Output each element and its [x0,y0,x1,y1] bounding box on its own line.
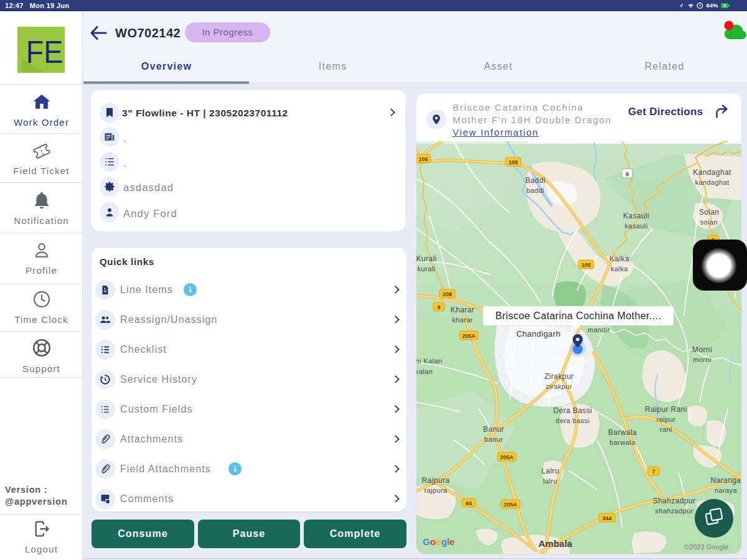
svg-text:barwala: barwala [609,439,636,446]
svg-text:105: 105 [581,262,591,268]
svg-text:Chandigarh: Chandigarh [516,329,560,338]
svg-text:kalan: kalan [416,368,433,375]
svg-text:Barwala: Barwala [608,428,637,437]
svg-text:dera bassi: dera bassi [556,417,590,424]
svg-text:344: 344 [602,515,611,521]
svg-text:G: G [423,536,430,547]
svg-text:105: 105 [509,159,518,166]
svg-text:Naranga: Naranga [711,476,741,485]
svg-text:rani: rani [660,426,672,433]
svg-text:kandaghat: kandaghat [695,179,730,186]
svg-text:Morni: Morni [692,345,712,354]
svg-text:7: 7 [652,469,655,475]
svg-text:kharar: kharar [452,316,473,324]
svg-text:lalru: lalru [543,477,558,485]
svg-text:Kurali: Kurali [416,254,437,263]
svg-text:Zirakpur: Zirakpur [544,372,573,381]
svg-text:Banur: Banur [483,425,504,434]
svg-text:shahzadpur: shahzadpur [655,507,693,515]
svg-text:g: g [441,536,447,547]
svg-text:o: o [436,536,441,547]
svg-text:Briscoe Catarina Cochina Mothe: Briscoe Catarina Cochina Mother.... [496,310,662,321]
svg-text:205A: 205A [504,502,517,508]
svg-text:kalka: kalka [611,265,628,273]
svg-text:FE: FE [26,34,63,68]
svg-text:rajpura: rajpura [424,487,448,494]
svg-text:e: e [449,536,454,547]
svg-text:Lalru: Lalru [542,467,560,475]
svg-text:banur: banur [484,436,503,443]
svg-text:naraya: naraya [715,487,738,494]
svg-text:Baddi: Baddi [525,176,546,185]
svg-text:9: 9 [437,304,440,310]
svg-text:Kandaghat: Kandaghat [693,168,731,177]
svg-text:9: 9 [626,171,629,177]
svg-text:morni: morni [693,356,712,363]
svg-text:kurali: kurali [418,265,436,273]
svg-text:208: 208 [443,291,452,297]
svg-text:solan: solan [700,218,718,226]
svg-text:205A: 205A [462,333,476,339]
svg-text:Ambala: Ambala [538,538,573,549]
svg-text:Dera Bassi: Dera Bassi [553,406,593,415]
svg-text:o: o [430,536,436,547]
svg-text:64: 64 [466,500,472,506]
svg-text:mandir: mandir [588,326,610,334]
svg-text:Raipur Rani: Raipur Rani [645,405,687,414]
svg-text:©2023 Google: ©2023 Google [684,543,728,551]
svg-text:Shahzadpur: Shahzadpur [653,497,696,505]
svg-text:Kasauli: Kasauli [623,212,649,220]
svg-text:205A: 205A [500,454,514,460]
svg-text:kasauli: kasauli [624,222,647,230]
svg-text:zirakpur: zirakpur [546,383,572,390]
svg-text:Kharar: Kharar [451,306,474,314]
svg-text:baddi: baddi [527,187,545,194]
svg-text:Rajpura: Rajpura [422,476,450,485]
svg-text:Kalka: Kalka [609,254,629,263]
svg-text:64%: 64% [707,2,718,9]
svg-text:raipur: raipur [657,416,676,423]
svg-text:ni Kalan: ni Kalan [416,357,442,365]
svg-text:Solan: Solan [699,208,720,217]
svg-text:105: 105 [418,156,428,162]
